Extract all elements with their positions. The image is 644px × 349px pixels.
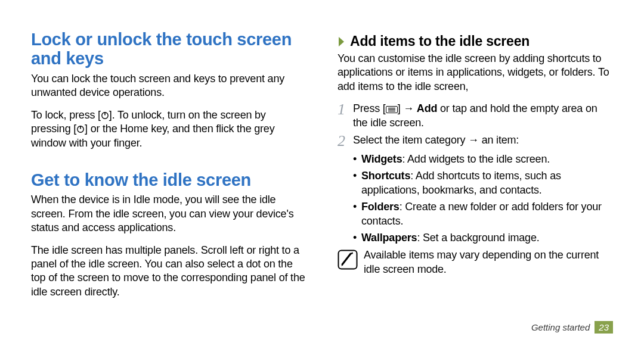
list-item: Folders: Create a new folder or add fold… [353,200,613,228]
power-icon [76,125,85,133]
text-fragment: : Add widgets to the idle screen. [402,153,550,165]
step-number: 2 [338,133,353,149]
subheading-text: Add items to the idle screen [350,33,530,49]
bold-wallpapers: Wallpapers [361,232,417,244]
subheading-add-items: Add items to the idle screen [338,33,613,49]
left-column: Lock or unlock the touch screen and keys… [31,30,322,331]
paragraph-idle-intro: When the device is in Idle mode, you wil… [31,193,306,235]
right-column: Add items to the idle screen You can cus… [322,30,613,331]
text-fragment: ] → [398,102,417,114]
step-2: 2 Select the item category → an item: [338,133,613,149]
list-item: Widgets: Add widgets to the idle screen. [353,152,613,166]
chevron-right-icon [338,36,346,48]
text-fragment: To lock, press [ [31,109,101,121]
text-fragment: Press [ [353,102,386,114]
list-item: Shortcuts: Add shortcuts to items, such … [353,169,613,197]
note-icon [338,250,358,270]
bold-widgets: Widgets [361,153,402,165]
list-item: Wallpapers: Set a background image. [353,231,613,245]
power-icon [101,111,109,120]
note-row: Available items may vary depending on th… [338,248,613,276]
heading-lock-unlock: Lock or unlock the touch screen and keys [31,30,306,68]
bold-add: Add [417,102,437,114]
text-fragment: : Set a background image. [417,232,539,244]
menu-icon [386,106,398,113]
step-body: Press [] → Add or tap and hold the empty… [353,102,613,130]
paragraph-lock-intro: You can lock the touch screen and keys t… [31,72,306,100]
footer-page-number: 23 [595,321,613,334]
page: Lock or unlock the touch screen and keys… [0,0,644,349]
bold-folders: Folders [361,201,400,213]
step-body: Select the item category → an item: [353,133,519,147]
step-number: 1 [338,102,353,117]
footer-chapter: Getting started [531,322,590,332]
page-footer: Getting started 23 [531,321,613,334]
step-1: 1 Press [] → Add or tap and hold the emp… [338,102,613,130]
bullet-list: Widgets: Add widgets to the idle screen.… [338,152,613,245]
steps-list: 1 Press [] → Add or tap and hold the emp… [338,102,613,149]
heading-idle-screen: Get to know the idle screen [31,170,306,189]
bold-shortcuts: Shortcuts [361,170,410,182]
paragraph-idle-panels: The idle screen has multiple panels. Scr… [31,244,306,300]
paragraph-lock-howto: To lock, press []. To unlock, turn on th… [31,108,306,150]
note-text: Available items may vary depending on th… [364,248,613,276]
paragraph-add-intro: You can customise the idle screen by add… [338,52,613,94]
